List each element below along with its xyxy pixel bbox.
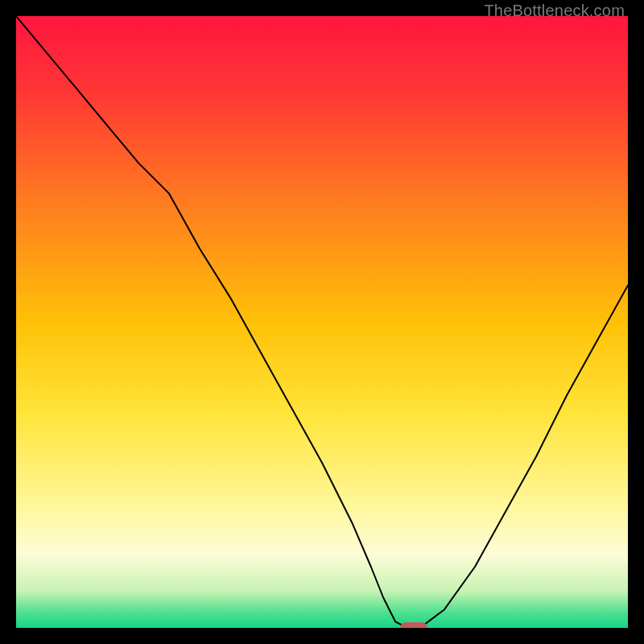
minimum-marker [400,622,427,628]
chart-frame: TheBottleneck.com [0,0,644,644]
bottleneck-curve [16,16,628,628]
plot-area [16,16,628,628]
